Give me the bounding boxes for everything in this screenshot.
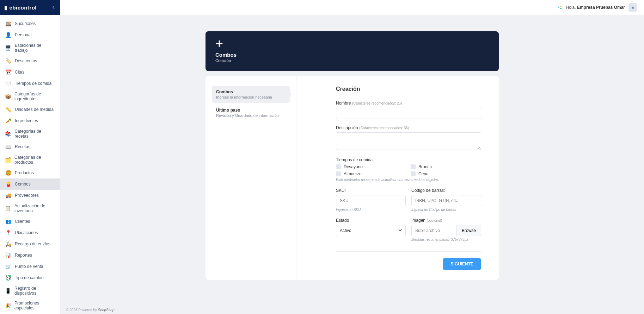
description-hint: (Caracteres recomendados: 36) [359,126,409,130]
sidebar-item-16[interactable]: 👥Clientes [0,216,60,227]
nav-icon: 👥 [5,218,11,225]
nav-label: Productos [15,170,34,175]
sidebar-item-21[interactable]: 💱Tipo de cambio [0,272,60,283]
sku-helper: Ingresa un SKU [336,208,406,212]
nav-icon: 🍽️ [5,80,11,87]
greeting-prefix: Hola, [566,5,577,10]
app-logo: ▮ ebicontrol [4,5,37,11]
nav-label: Promociones especiales [14,301,55,310]
next-button[interactable]: SIGUIENTE [443,258,481,270]
nav-icon: 🛵 [5,241,11,247]
checkbox-icon [336,171,341,176]
nav-icon: 🚚 [5,192,11,199]
footer-text: © 2023 Powered by [66,308,98,312]
sku-input[interactable] [336,195,406,206]
barcode-input[interactable] [411,195,481,206]
nav-label: Categorías de productos [14,155,55,165]
description-input[interactable] [336,132,481,150]
nav-label: Ubicaciones [15,230,38,235]
sparkle-icon[interactable] [557,5,563,10]
sidebar-item-2[interactable]: 🖥️Estaciones de trabajo [0,40,60,55]
sidebar-item-7[interactable]: 📏Unidades de medida [0,104,60,115]
nav-icon: 💱 [5,275,11,281]
image-optional: (opcional) [427,219,442,222]
nav-label: Clientes [15,219,30,224]
sidebar-collapse-icon[interactable] [52,5,56,10]
mealtime-option-1[interactable]: Brunch [411,164,481,169]
svg-point-1 [560,6,562,7]
nav-label: Recetas [15,144,30,149]
mealtime-label: Almuerzo [344,171,362,176]
nav-icon: 📏 [5,106,11,113]
sidebar-item-11[interactable]: 🗂️Categorías de productos [0,152,60,167]
name-input[interactable] [336,108,481,119]
sidebar-item-15[interactable]: 📋Actualización de inventario [0,201,60,216]
sku-label: SKU: [336,188,406,193]
browse-button[interactable]: Browse [456,225,481,236]
nav-label: Citas [15,70,24,75]
sidebar-item-3[interactable]: 🏷️Descuentos [0,55,60,67]
svg-point-2 [560,8,562,9]
nav-label: Tiempos de comida [15,81,51,86]
step-1[interactable]: Último pasoRevisión y Guardado de inform… [212,104,290,121]
mealtime-label: Cena [418,171,429,176]
mealtime-label: Desayuno [344,164,363,169]
sidebar-item-17[interactable]: 📍Ubicaciones [0,227,60,238]
sidebar-item-1[interactable]: 👤Personal [0,29,60,40]
nav-icon: 🗂️ [5,157,11,163]
nav-icon: 🍟 [5,181,11,187]
nav-label: Tipo de cambio [15,275,44,280]
sidebar-item-0[interactable]: 🏬Sucursales [0,18,60,29]
sidebar-item-5[interactable]: 🍽️Tiempos de comida [0,78,60,89]
nav-icon: 🛒 [5,263,11,270]
nav-icon: 📊 [5,252,11,258]
sidebar-item-10[interactable]: 📖Recetas [0,141,60,152]
sidebar-item-4[interactable]: 📅Citas [0,67,60,78]
field-description: Descripción (Caracteres recomendados: 36… [336,125,481,151]
logo-suffix: control [18,5,37,11]
checkbox-icon [336,164,341,169]
nav-label: Reportes [15,253,32,258]
nav-icon: 📋 [5,205,11,212]
checkbox-icon [411,171,416,176]
field-barcode: Código de barras: Ingresa un Código de b… [411,188,481,212]
mealtime-option-2[interactable]: Almuerzo [336,171,406,176]
file-placeholder[interactable]: Subir archivo [411,225,456,236]
sidebar-item-13[interactable]: 🍟Combos [0,178,60,190]
status-select[interactable]: Activo [336,225,406,236]
name-hint: (Caracteres recomendados: 25) [352,101,402,105]
sidebar-item-8[interactable]: 🥕Ingredientes [0,115,60,126]
field-image: Imagen (opcional) Subir archivo Browse M… [411,218,481,241]
nav-label: Recargo de envíos [15,241,50,246]
description-label-text: Descripción [336,125,358,130]
nav-icon: 🏷️ [5,58,11,64]
sidebar-item-20[interactable]: 🛒Punto de venta [0,261,60,272]
mealtime-option-3[interactable]: Cena [411,171,481,176]
steps-panel: CombosIngrese la información necesariaÚl… [206,76,296,280]
sidebar-item-6[interactable]: 📦Categorías de ingredientes [0,89,60,104]
field-name: Nombre (Caracteres recomendados: 25) [336,101,481,119]
sidebar-item-14[interactable]: 🚚Proveedores [0,190,60,201]
footer-link[interactable]: ShopShop [98,308,115,312]
step-title: Combos [216,89,286,94]
nav-icon: 📚 [5,131,11,137]
step-0[interactable]: CombosIngrese la información necesaria [212,86,290,103]
sidebar-item-18[interactable]: 🛵Recargo de envíos [0,238,60,250]
hero-title: Combos [215,52,489,58]
mealtime-option-0[interactable]: Desayuno [336,164,406,169]
nav-icon: 👤 [5,32,11,38]
nav-icon: 🎉 [5,302,11,309]
field-mealtimes: Tiempos de comida DesayunoBrunchAlmuerzo… [336,157,481,182]
sidebar-item-9[interactable]: 📚Categorías de recetas [0,126,60,141]
nav-icon: 🏬 [5,20,11,27]
sidebar-item-23[interactable]: 🎉Promociones especiales [0,298,60,313]
description-label: Descripción (Caracteres recomendados: 36… [336,125,481,130]
nav-icon: 📖 [5,144,11,150]
form-title: Creación [336,86,481,92]
sidebar-item-22[interactable]: 📱Registro de dispositivos [0,283,60,298]
user-name: Empresa Pruebas Omar [577,5,625,10]
nav-icon: 📍 [5,230,11,236]
sidebar-item-19[interactable]: 📊Reportes [0,250,60,261]
avatar[interactable]: E [628,3,637,12]
sidebar-item-12[interactable]: 🍔Productos [0,167,60,178]
